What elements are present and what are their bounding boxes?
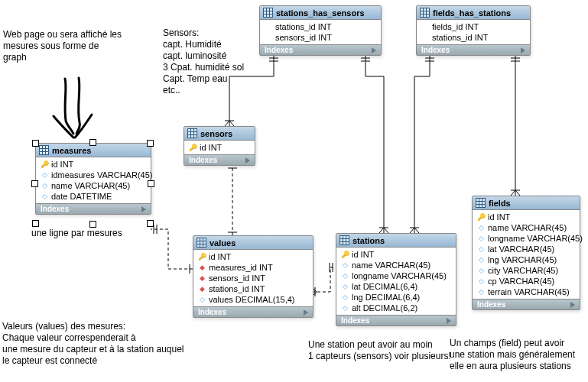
table-column[interactable]: sensors_id INT (260, 32, 381, 43)
diamond-icon: ◇ (41, 171, 48, 179)
column-text: lng VARCHAR(45) (488, 255, 557, 264)
table-column[interactable]: ◇alt DECIMAL(6,2) (336, 303, 456, 313)
table-icon (39, 145, 49, 155)
table-measures[interactable]: measures🔑id INT◇idmeasures VARCHAR(45)◇n… (35, 143, 151, 215)
selection-handle[interactable] (31, 180, 38, 187)
selection-handle[interactable] (147, 220, 154, 227)
table-column[interactable]: 🔑id INT (336, 249, 456, 260)
column-list: 🔑id INT◇name VARCHAR(45)◇longname VARCHA… (473, 210, 580, 299)
table-title: stations (352, 236, 385, 245)
indexes-bar[interactable]: Indexes (260, 44, 381, 55)
table-column[interactable]: 🔑id INT (193, 251, 313, 262)
table-column[interactable]: 🔑id INT (473, 212, 580, 222)
table-column[interactable]: 🔑id INT (184, 142, 255, 153)
column-text: alt DECIMAL(6,2) (352, 303, 417, 312)
table-header[interactable]: values (193, 236, 313, 250)
table-header[interactable]: stations_has_sensors (260, 6, 381, 20)
table-column[interactable]: ◇idmeasures VARCHAR(45) (36, 170, 151, 180)
expand-icon (372, 47, 376, 53)
selection-handle[interactable] (32, 140, 39, 147)
diamond-icon: ◇ (477, 224, 485, 231)
table-column[interactable]: fields_id INT (417, 21, 530, 32)
table-column[interactable]: ◇name VARCHAR(45) (473, 222, 580, 233)
indexes-bar[interactable]: Indexes (473, 299, 580, 309)
table-stations_has_sensors[interactable]: stations_has_sensorsstations_id INTsenso… (259, 5, 382, 56)
table-column[interactable]: ◇city VARCHAR(45) (473, 265, 580, 276)
table-column[interactable]: 🔑id INT (36, 159, 151, 170)
key-icon: 🔑 (41, 160, 48, 168)
indexes-label: Indexes (41, 205, 69, 213)
column-text: stations_id INT (275, 22, 331, 31)
table-column[interactable]: ◇name VARCHAR(45) (336, 260, 456, 270)
table-column[interactable]: stations_id INT (260, 21, 381, 32)
table-icon (339, 235, 349, 245)
annotation-values: Valeurs (values) des mesures:Chaque vale… (2, 321, 209, 367)
column-text: cp VARCHAR(45) (488, 277, 554, 286)
table-header[interactable]: fields (473, 196, 580, 210)
table-column[interactable]: ◇lat DECIMAL(6,4) (336, 281, 456, 292)
fk-diamond-icon: ◆ (198, 264, 206, 271)
annotation-sensors: Sensors:capt. Humiditécapt. luminosité3 … (163, 28, 270, 96)
table-column[interactable]: ◇terrain VARCHAR(45) (473, 286, 580, 297)
table-column[interactable]: ◇longname VARCHAR(45) (473, 233, 580, 244)
table-header[interactable]: stations (336, 234, 456, 248)
indexes-bar[interactable]: Indexes (36, 203, 151, 214)
indexes-bar[interactable]: Indexes (193, 306, 313, 317)
column-list: fields_id INTstations_id INT (417, 20, 530, 44)
indexes-label: Indexes (265, 46, 293, 54)
column-text: date DATETIME (51, 192, 112, 201)
column-text: measures_id INT (209, 263, 273, 272)
table-column[interactable]: ◇cp VARCHAR(45) (473, 276, 580, 286)
expand-icon (570, 302, 575, 308)
table-fields[interactable]: fields🔑id INT◇name VARCHAR(45)◇longname … (472, 196, 580, 310)
column-text: lat VARCHAR(45) (488, 244, 554, 254)
selection-handle[interactable] (147, 140, 154, 147)
diamond-icon: ◇ (477, 245, 485, 253)
expand-icon (245, 157, 250, 163)
table-column[interactable]: ◇name VARCHAR(45) (36, 180, 151, 191)
diamond-icon: ◇ (477, 267, 485, 274)
indexes-bar[interactable]: Indexes (417, 44, 530, 55)
table-column[interactable]: ◇lng DECIMAL(6,4) (336, 292, 456, 303)
table-column[interactable]: ◇values DECIMAL(15,4) (193, 294, 313, 305)
table-fields_has_stations[interactable]: fields_has_stationsfields_id INTstations… (416, 5, 531, 56)
key-icon: 🔑 (189, 144, 197, 151)
table-column[interactable]: ◇lat VARCHAR(45) (473, 244, 580, 254)
key-icon: 🔑 (341, 251, 349, 258)
column-text: fields_id INT (432, 22, 479, 31)
table-column[interactable]: ◇longname VARCHAR(45) (336, 270, 456, 281)
table-column[interactable]: ◆measures_id INT (193, 262, 313, 273)
selection-handle[interactable] (148, 180, 154, 187)
table-header[interactable]: fields_has_stations (417, 6, 530, 20)
table-values[interactable]: values🔑id INT◆measures_id INT◆sensors_id… (193, 235, 313, 318)
table-column[interactable]: ◆stations_id INT (193, 283, 313, 294)
table-column[interactable]: ◇lng VARCHAR(45) (473, 254, 580, 265)
expand-icon (521, 47, 525, 53)
indexes-bar[interactable]: Indexes (336, 315, 456, 325)
selection-handle[interactable] (89, 221, 96, 228)
table-column[interactable]: stations_id INT (417, 32, 530, 43)
column-text: stations_id INT (209, 284, 265, 293)
column-text: sensors_id INT (275, 33, 332, 42)
indexes-bar[interactable]: Indexes (184, 154, 255, 165)
column-text: lat DECIMAL(6,4) (352, 282, 417, 291)
diamond-icon: ◇ (198, 296, 206, 303)
table-header[interactable]: sensors (184, 127, 255, 141)
selection-handle[interactable] (32, 220, 39, 227)
annotation-fields: Un champs (field) peut avoirune station … (450, 338, 588, 372)
column-text: sensors_id INT (209, 274, 265, 283)
table-title: stations_has_sensors (276, 8, 365, 18)
selection-handle[interactable] (89, 139, 96, 146)
table-sensors[interactable]: sensors🔑id INTIndexes (184, 126, 255, 166)
column-text: longname VARCHAR(45) (352, 271, 447, 280)
table-stations[interactable]: stations🔑id INT◇name VARCHAR(45)◇longnam… (336, 233, 456, 326)
expand-icon (447, 318, 451, 324)
column-text: terrain VARCHAR(45) (488, 287, 570, 296)
key-icon: 🔑 (198, 253, 206, 261)
diamond-icon: ◇ (341, 261, 349, 269)
expand-icon (141, 206, 146, 212)
diamond-icon: ◇ (341, 293, 349, 301)
table-column[interactable]: ◆sensors_id INT (193, 273, 313, 283)
key-icon: 🔑 (477, 213, 485, 221)
table-column[interactable]: ◇date DATETIME (36, 191, 151, 202)
